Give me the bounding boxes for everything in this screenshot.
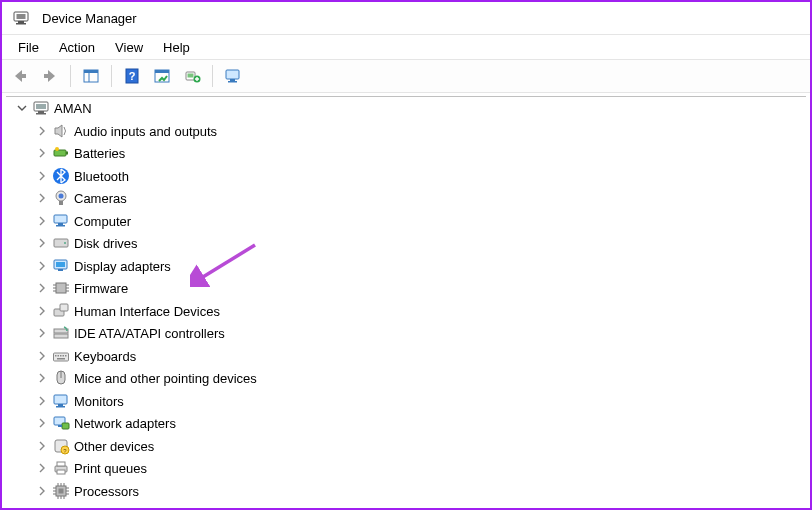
svg-rect-57 — [54, 395, 67, 404]
svg-rect-5 — [44, 74, 50, 78]
tree-item-label: Other devices — [74, 438, 154, 454]
svg-point-25 — [55, 147, 59, 151]
tree-item-label: Batteries — [74, 145, 125, 161]
tree-item-batteries[interactable]: Batteries — [6, 142, 806, 165]
svg-rect-55 — [57, 358, 65, 360]
display-adapter-icon — [52, 257, 70, 275]
tree-item-other[interactable]: ? Other devices — [6, 435, 806, 458]
svg-rect-68 — [57, 470, 65, 474]
network-adapter-icon — [52, 414, 70, 432]
svg-rect-7 — [84, 70, 98, 73]
svg-rect-32 — [56, 225, 65, 227]
tree-item-label: Bluetooth — [74, 168, 129, 184]
svg-rect-58 — [58, 404, 63, 406]
svg-rect-37 — [58, 269, 63, 271]
expand-icon[interactable] — [34, 415, 50, 431]
svg-rect-47 — [54, 329, 68, 333]
help-button[interactable]: ? — [118, 62, 146, 90]
expand-icon[interactable] — [34, 213, 50, 229]
tree-item-firmware[interactable]: Firmware — [6, 277, 806, 300]
tree-item-label: Display adapters — [74, 258, 171, 274]
expand-icon[interactable] — [34, 168, 50, 184]
battery-icon — [52, 144, 70, 162]
svg-rect-24 — [66, 152, 68, 155]
expand-icon[interactable] — [34, 370, 50, 386]
svg-text:?: ? — [129, 70, 136, 82]
tree-item-disk[interactable]: Disk drives — [6, 232, 806, 255]
expand-icon[interactable] — [34, 460, 50, 476]
tree-item-label: Disk drives — [74, 235, 138, 251]
window-title: Device Manager — [42, 11, 137, 26]
tree-item-network[interactable]: Network adapters — [6, 412, 806, 435]
tree-item-computer[interactable]: Computer — [6, 210, 806, 233]
svg-rect-31 — [58, 223, 63, 225]
svg-rect-3 — [16, 23, 26, 25]
svg-rect-70 — [59, 488, 64, 493]
svg-rect-14 — [188, 74, 194, 78]
processor-icon — [52, 482, 70, 500]
firmware-icon — [52, 279, 70, 297]
tree-item-hid[interactable]: Human Interface Devices — [6, 300, 806, 323]
tree-root[interactable]: AMAN — [6, 97, 806, 120]
tree-item-processors[interactable]: Processors — [6, 480, 806, 503]
tree-item-display[interactable]: Display adapters — [6, 255, 806, 278]
expand-icon[interactable] — [34, 393, 50, 409]
toolbar-separator — [70, 65, 71, 87]
tree-item-keyboards[interactable]: Keyboards — [6, 345, 806, 368]
svg-point-28 — [59, 194, 64, 199]
svg-rect-18 — [228, 81, 237, 83]
tree-item-ide[interactable]: IDE ATA/ATAPI controllers — [6, 322, 806, 345]
keyboard-icon — [52, 347, 70, 365]
expand-icon[interactable] — [34, 438, 50, 454]
tree-item-label: IDE ATA/ATAPI controllers — [74, 325, 225, 341]
menu-action[interactable]: Action — [49, 37, 105, 58]
toolbar-separator — [111, 65, 112, 87]
bluetooth-icon — [52, 167, 70, 185]
menu-file[interactable]: File — [8, 37, 49, 58]
disk-icon — [52, 234, 70, 252]
tree-item-label: Cameras — [74, 190, 127, 206]
expand-icon[interactable] — [34, 280, 50, 296]
tree-item-label: Monitors — [74, 393, 124, 409]
svg-rect-29 — [59, 201, 63, 205]
svg-rect-20 — [36, 104, 46, 109]
toolbar: ? — [2, 60, 810, 93]
device-tree[interactable]: AMAN Audio inputs and outputs Batteries … — [6, 96, 806, 504]
scan-hardware-button[interactable] — [148, 62, 176, 90]
computer-icon — [52, 212, 70, 230]
tree-item-monitors[interactable]: Monitors — [6, 390, 806, 413]
tree-item-bluetooth[interactable]: Bluetooth — [6, 165, 806, 188]
show-hide-tree-button[interactable] — [77, 62, 105, 90]
svg-rect-49 — [54, 353, 69, 361]
expand-icon[interactable] — [34, 483, 50, 499]
menu-help[interactable]: Help — [153, 37, 200, 58]
expand-icon[interactable] — [34, 303, 50, 319]
tree-item-printq[interactable]: Print queues — [6, 457, 806, 480]
add-legacy-hardware-button[interactable] — [178, 62, 206, 90]
collapse-icon[interactable] — [14, 100, 30, 116]
camera-icon — [52, 189, 70, 207]
svg-rect-36 — [56, 262, 65, 267]
svg-rect-12 — [155, 70, 169, 73]
menu-view[interactable]: View — [105, 37, 153, 58]
svg-rect-22 — [36, 113, 46, 115]
expand-icon[interactable] — [34, 258, 50, 274]
tree-item-audio[interactable]: Audio inputs and outputs — [6, 120, 806, 143]
expand-icon[interactable] — [34, 325, 50, 341]
svg-rect-62 — [58, 425, 62, 427]
svg-rect-17 — [230, 79, 235, 81]
svg-rect-21 — [38, 111, 44, 113]
expand-icon[interactable] — [34, 348, 50, 364]
back-button[interactable] — [6, 62, 34, 90]
expand-icon[interactable] — [34, 145, 50, 161]
properties-button[interactable] — [219, 62, 247, 90]
tree-item-mice[interactable]: Mice and other pointing devices — [6, 367, 806, 390]
tree-item-label: Computer — [74, 213, 131, 229]
tree-item-label: Processors — [74, 483, 139, 499]
forward-button[interactable] — [36, 62, 64, 90]
expand-icon[interactable] — [34, 123, 50, 139]
tree-item-cameras[interactable]: Cameras — [6, 187, 806, 210]
printer-icon — [52, 459, 70, 477]
expand-icon[interactable] — [34, 190, 50, 206]
expand-icon[interactable] — [34, 235, 50, 251]
